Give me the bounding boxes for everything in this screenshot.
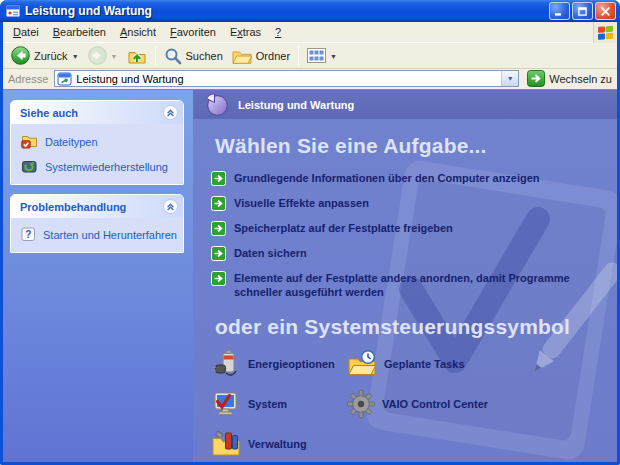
- scheduled-tasks-icon: [347, 349, 377, 379]
- cp-item-vaio-control-center[interactable]: VAIO Control Center: [347, 389, 617, 419]
- task-basic-info[interactable]: Grundlegende Informationen über den Comp…: [211, 171, 603, 186]
- task-pane-sidebar: Siehe auch Dateitypen Systemwiederherste…: [3, 90, 193, 462]
- cp-item-label: Energieoptionen: [248, 358, 335, 370]
- views-dropdown-icon[interactable]: ▼: [330, 51, 337, 60]
- views-icon: [307, 48, 326, 63]
- views-button[interactable]: ▼: [303, 46, 341, 65]
- window-title: Leistung und Wartung: [25, 4, 545, 18]
- banner-title: Leistung und Wartung: [238, 99, 354, 111]
- menu-ansicht[interactable]: Ansicht: [113, 23, 163, 41]
- power-options-icon: [211, 349, 241, 379]
- cp-item-system[interactable]: System: [211, 389, 339, 419]
- sidebar-item-label: Systemwiederherstellung: [45, 160, 168, 173]
- content-area: Siehe auch Dateitypen Systemwiederherste…: [3, 90, 617, 462]
- sidebar-item-dateitypen[interactable]: Dateitypen: [21, 133, 177, 149]
- go-button[interactable]: Wechseln zu: [525, 70, 614, 87]
- forward-icon: [88, 46, 107, 65]
- explorer-window: Leistung und Wartung Datei Bearbeiten An…: [0, 0, 620, 465]
- task-arrow-icon: [211, 171, 226, 186]
- see-also-panel: Siehe auch Dateitypen Systemwiederherste…: [10, 100, 184, 185]
- minimize-button[interactable]: [549, 2, 570, 20]
- task-label: Grundlegende Informationen über den Comp…: [234, 171, 540, 186]
- task-arrow-icon: [211, 221, 226, 236]
- caption-buttons: [549, 2, 616, 20]
- address-page-icon: [57, 72, 72, 86]
- system-restore-icon: [21, 158, 38, 174]
- menu-favoriten[interactable]: Favoriten: [163, 23, 223, 41]
- category-banner: Leistung und Wartung: [193, 90, 617, 119]
- back-icon: [11, 46, 30, 65]
- troubleshooting-header[interactable]: Problembehandlung: [11, 195, 183, 218]
- search-button[interactable]: Suchen: [160, 45, 227, 67]
- up-button[interactable]: [123, 44, 151, 67]
- maximize-button[interactable]: [572, 2, 593, 20]
- address-dropdown-button[interactable]: ▼: [501, 71, 518, 86]
- sidebar-item-starten-und-herunterfahren[interactable]: ? Starten und Herunterfahren: [21, 227, 177, 242]
- system-icon: [211, 389, 241, 419]
- task-visual-effects[interactable]: Visuelle Effekte anpassen: [211, 196, 603, 211]
- forward-button[interactable]: ▼: [84, 44, 122, 67]
- close-icon: [601, 7, 610, 16]
- menu-bar: Datei Bearbeiten Ansicht Favoriten Extra…: [3, 22, 617, 43]
- troubleshooting-panel: Problembehandlung ? Starten und Herunter…: [10, 194, 184, 253]
- admin-tools-icon: [211, 429, 241, 459]
- standard-buttons-toolbar: Zurück ▼ ▼ Suchen Ordner ▼: [3, 43, 617, 69]
- task-label: Daten sichern: [234, 246, 307, 261]
- collapse-chevron-icon[interactable]: [163, 199, 178, 214]
- sidebar-item-label: Dateitypen: [45, 135, 98, 148]
- back-label: Zurück: [34, 50, 68, 62]
- close-button[interactable]: [595, 2, 616, 20]
- troubleshooting-title: Problembehandlung: [20, 201, 126, 213]
- back-button[interactable]: Zurück ▼: [7, 44, 83, 67]
- go-icon: [527, 70, 545, 87]
- folders-label: Ordner: [256, 50, 290, 62]
- sidebar-item-systemwiederherstellung[interactable]: Systemwiederherstellung: [21, 158, 177, 174]
- address-bar: Adresse Leistung und Wartung ▼ Wechseln …: [3, 69, 617, 90]
- windows-logo-icon: [593, 22, 617, 43]
- cp-item-energieoptionen[interactable]: Energieoptionen: [211, 349, 339, 379]
- toolbar-separator: [155, 46, 156, 66]
- sidebar-item-label: Starten und Herunterfahren: [43, 228, 177, 241]
- up-folder-icon: [127, 46, 147, 65]
- cp-item-geplante-tasks[interactable]: Geplante Tasks: [347, 349, 617, 379]
- see-also-header[interactable]: Siehe auch: [11, 101, 183, 124]
- title-bar[interactable]: Leistung und Wartung: [0, 0, 620, 22]
- control-panel-icon-heading: oder ein Systemsteuerungssymbol: [215, 315, 617, 339]
- svg-text:?: ?: [25, 229, 31, 240]
- file-types-icon: [21, 133, 38, 149]
- menu-extras[interactable]: Extras: [223, 23, 268, 41]
- cp-item-verwaltung[interactable]: Verwaltung: [211, 429, 339, 459]
- task-backup-data[interactable]: Daten sichern: [211, 246, 603, 261]
- address-combo[interactable]: Leistung und Wartung ▼: [54, 70, 519, 87]
- menu-datei[interactable]: Datei: [6, 23, 46, 41]
- address-input[interactable]: Leistung und Wartung: [76, 73, 497, 85]
- performance-pie-icon: [203, 92, 230, 117]
- help-icon: ?: [21, 227, 36, 242]
- folders-button[interactable]: Ordner: [228, 46, 294, 66]
- address-label: Adresse: [8, 73, 48, 85]
- go-label: Wechseln zu: [549, 73, 612, 85]
- search-label: Suchen: [186, 50, 223, 62]
- gear-icon: [347, 390, 375, 418]
- task-arrow-icon: [211, 271, 226, 286]
- collapse-chevron-icon[interactable]: [163, 105, 178, 120]
- cp-item-label: Verwaltung: [248, 438, 307, 450]
- folders-icon: [232, 48, 252, 64]
- maximize-icon: [578, 7, 587, 16]
- task-label: Visuelle Effekte anpassen: [234, 196, 369, 211]
- see-also-body: Dateitypen Systemwiederherstellung: [11, 124, 183, 184]
- pick-a-task-heading: Wählen Sie eine Aufgabe...: [215, 134, 617, 158]
- task-list: Grundlegende Informationen über den Comp…: [211, 171, 617, 300]
- menu-hilfe[interactable]: ?: [268, 23, 288, 41]
- main-panel: Leistung und Wartung Wähle: [193, 90, 617, 462]
- forward-dropdown-icon[interactable]: ▼: [111, 51, 118, 60]
- task-defragment[interactable]: Elemente auf der Festplatte anders anord…: [211, 271, 603, 300]
- toolbar-separator: [298, 46, 299, 66]
- cp-item-label: Geplante Tasks: [384, 358, 465, 370]
- task-label: Speicherplatz auf der Festplatte freigeb…: [234, 221, 453, 236]
- task-free-disk-space[interactable]: Speicherplatz auf der Festplatte freigeb…: [211, 221, 603, 236]
- control-panel-icon-grid: Energieoptionen Geplante Tasks System VA…: [211, 349, 617, 459]
- back-dropdown-icon[interactable]: ▼: [72, 51, 79, 60]
- task-label: Elemente auf der Festplatte anders anord…: [234, 271, 603, 300]
- menu-bearbeiten[interactable]: Bearbeiten: [46, 23, 113, 41]
